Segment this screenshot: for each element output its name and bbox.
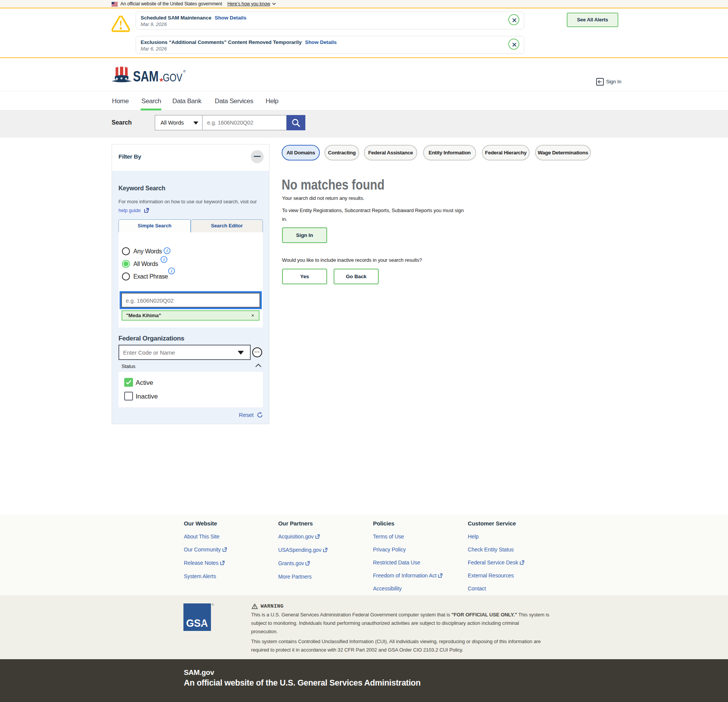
svg-text:i: i <box>171 269 173 273</box>
svg-text:★: ★ <box>115 76 118 81</box>
svg-text:No matches found: No matches found <box>282 177 384 193</box>
svg-text:★: ★ <box>120 76 123 80</box>
svg-text:GOV: GOV <box>163 71 182 83</box>
svg-text:i: i <box>164 257 165 262</box>
svg-text:i: i <box>167 248 168 253</box>
svg-text:®: ® <box>212 603 214 606</box>
svg-text:®: ® <box>183 69 186 73</box>
svg-text:SAM: SAM <box>133 68 159 83</box>
svg-text:★: ★ <box>200 621 204 626</box>
svg-text:★: ★ <box>125 76 128 81</box>
svg-text:GSA: GSA <box>186 618 208 629</box>
